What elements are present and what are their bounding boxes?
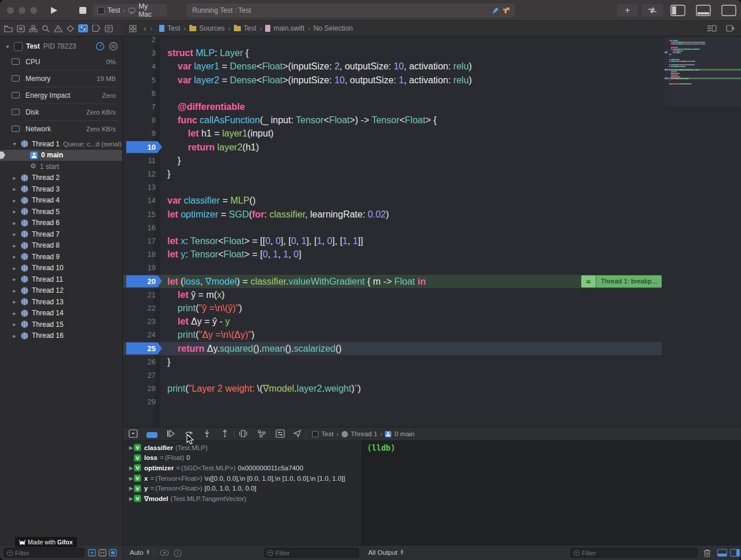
disclosure-triangle[interactable]: ▸ [12,220,17,226]
code-line[interactable]: 22 print("ŷ =\n\(ŷ)") [123,301,662,315]
breadcrumb-item[interactable]: Sources [189,24,225,32]
editor-options-icon[interactable] [707,25,717,32]
thread-row[interactable]: ▸Thread 7 [0,229,123,240]
console-view[interactable]: (lldb) [362,441,741,545]
code-line[interactable]: 6 [123,87,662,100]
continue-icon[interactable] [166,429,175,438]
navigator-filter-field[interactable]: Filter [3,548,85,558]
code-line[interactable]: 16 [123,221,662,234]
line-number[interactable]: 19 [123,261,164,274]
minimap[interactable] [665,37,741,106]
crumb-thread[interactable]: Thread 1 [351,430,377,437]
disclosure-triangle[interactable]: ▸ [12,242,17,249]
line-number[interactable]: 5 [123,73,164,87]
variables-view-toggle[interactable] [717,549,727,557]
code-line[interactable]: 29 [123,395,662,408]
code-line[interactable]: 13 [123,180,662,194]
code-line[interactable]: 7 @differentiable [123,100,662,113]
frame-row[interactable]: 0 main [0,150,123,161]
gauge-row-disk[interactable]: DiskZero KB/s [0,104,123,120]
code-line[interactable]: 11 } [123,154,662,167]
code-line[interactable]: 4 var layer1 = Dense<Float>(inputSize: 2… [123,60,662,73]
variables-scope-selector[interactable]: Auto ▲▼ [130,549,151,556]
source-editor[interactable]: 23struct MLP: Layer {4 var layer1 = Dens… [123,37,741,427]
quick-look-icon[interactable] [160,549,169,557]
breakpoint-flag[interactable] [126,275,162,288]
gauge-row-memory[interactable]: Memory19 MB [0,70,123,87]
breakpoint-flag[interactable] [126,342,162,355]
breadcrumb-item[interactable]: main.swift [265,24,304,32]
variable-row[interactable]: ▶V∇model(Test.MLP.TangentVector) [123,493,362,504]
line-number[interactable]: 18 [123,248,164,261]
issue-navigator-icon[interactable] [54,25,63,32]
line-number[interactable]: 11 [123,154,164,167]
code-line[interactable]: 26} [123,355,662,369]
simulate-location-icon[interactable] [293,429,302,438]
process-view-icon[interactable] [109,42,118,51]
disclosure-triangle[interactable]: ▸ [12,208,17,215]
profile-gauge-icon[interactable] [96,42,105,51]
line-number[interactable]: 2 [123,37,164,46]
thread-row[interactable]: ▸Thread 10 [0,263,123,274]
thread-row[interactable]: ▸Thread 15 [0,319,123,330]
back-chevron[interactable]: ‹ [144,24,146,33]
thread-row[interactable]: ▸Thread 14 [0,308,123,319]
line-number[interactable]: 28 [123,382,164,395]
console-filter-field[interactable]: Filter [570,548,698,558]
forward-chevron[interactable]: › [150,24,153,33]
disclosure-triangle[interactable]: ▸ [12,186,17,192]
debug-area-panel-toggle[interactable] [696,5,711,16]
line-number[interactable]: 24 [123,328,164,341]
code-line[interactable]: 14var classifier = MLP() [123,194,662,207]
inspector-panel-toggle[interactable] [721,5,736,16]
code-line[interactable]: 10 return layer2(h1) [123,141,662,154]
line-number[interactable]: 6 [123,87,164,100]
close-window-button[interactable] [7,7,14,14]
find-navigator-icon[interactable] [42,25,50,32]
disclosure-triangle[interactable]: ▶ [129,445,134,451]
line-number[interactable]: 27 [123,369,164,382]
thread-row[interactable]: ▸Thread 11 [0,274,123,285]
line-number[interactable]: 22 [123,301,164,315]
disclosure-triangle[interactable]: ▸ [12,321,17,327]
disclosure-triangle[interactable]: ▸ [12,231,17,237]
stop-button[interactable] [79,6,87,14]
crumb-target[interactable]: Test [321,430,333,437]
line-number[interactable]: 25 [123,342,164,355]
code-line[interactable]: 23 let Δy = ŷ - y [123,315,662,328]
variable-row[interactable]: ▶Voptimizer= (SGD<Test.MLP>)0x000000011c… [123,463,362,473]
line-number[interactable]: 14 [123,194,164,207]
variable-row[interactable]: ▶Vy= (Tensor<Float>)[0.0, 1.0, 1.0, 0.0] [123,483,362,493]
filter-flagged-icon[interactable] [98,549,107,557]
code-line[interactable]: 25 return Δy.squared().mean().scalarized… [123,342,662,355]
disclosure-triangle[interactable]: ▸ [12,299,17,305]
gauge-row-energy-impact[interactable]: Energy ImpactZero [0,87,123,104]
disclosure-triangle[interactable]: ▶ [129,485,134,491]
library-button[interactable]: + [617,4,638,17]
variable-row[interactable]: ▶Vx= (Tensor<Float>)\n[[0.0, 0.0],\n [0.… [123,473,362,484]
thread-row[interactable]: ▸Thread 6 [0,218,123,229]
console-output-selector[interactable]: All Output ▲▼ [368,549,405,556]
thread-row[interactable]: ▸Thread 3 [0,183,123,195]
code-line[interactable]: 5 var layer2 = Dense<Float>(inputSize: 1… [123,73,662,87]
line-number[interactable]: 13 [123,180,164,194]
code-line[interactable]: 8 func callAsFunction(_ input: Tensor<Fl… [123,113,662,127]
code-line[interactable]: 24 print("Δy =\n\(Δy)") [123,328,662,341]
variables-filter-field[interactable]: Filter [264,548,359,558]
thread-row[interactable]: ▸Thread 16 [0,330,123,342]
disclosure-triangle[interactable]: ▸ [12,310,17,316]
line-number[interactable]: 16 [123,221,164,234]
view-hierarchy-icon[interactable] [239,429,248,438]
info-icon[interactable] [174,549,182,557]
code-line[interactable]: 28print("Layer 2 weight: \(∇model.layer2… [123,382,662,395]
thread-row[interactable]: ▸Thread 12 [0,285,123,297]
symbol-navigator-icon[interactable] [29,25,38,32]
line-number[interactable]: 23 [123,315,164,328]
gauge-row-network[interactable]: NetworkZero KB/s [0,120,123,137]
hide-debug-area-icon[interactable] [129,429,138,438]
disclosure-triangle[interactable]: ▾ [12,141,17,147]
code-line[interactable]: 17let x: Tensor<Float> = [[0, 0], [0, 1]… [123,234,662,248]
zoom-window-button[interactable] [30,7,37,14]
frame-row[interactable]: ⚙1 start [0,161,123,172]
breadcrumb-item[interactable]: No Selection [313,24,353,32]
